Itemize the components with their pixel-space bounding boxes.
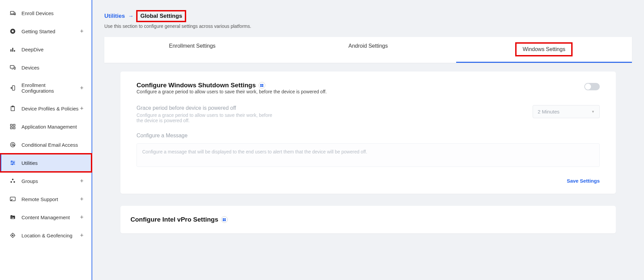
folder-image-icon (9, 214, 16, 221)
sidebar-item-label: Device Profiles & Policies (21, 106, 78, 111)
svg-point-26 (12, 235, 13, 236)
field-label: Configure a Message (137, 133, 600, 139)
sidebar-item-content-management[interactable]: Content Management + (0, 208, 92, 226)
svg-rect-12 (13, 124, 15, 126)
star-circle-icon (9, 28, 16, 35)
windows-shutdown-card: Configure Windows Shutdown Settings Conf… (120, 72, 616, 194)
svg-rect-7 (14, 67, 15, 69)
plus-icon[interactable]: + (78, 178, 85, 184)
sidebar-item-enroll-devices[interactable]: Enroll Devices (0, 4, 92, 22)
grid-icon (9, 123, 16, 130)
breadcrumb: Utilities → Global Settings (104, 11, 632, 21)
sidebar-item-label: Groups (21, 178, 78, 184)
card-title: Configure Windows Shutdown Settings (137, 82, 256, 89)
sidebar-item-application-management[interactable]: Application Management (0, 118, 92, 136)
tab-bar: Enrollment Settings Android Settings Win… (104, 37, 632, 63)
plus-icon[interactable]: + (78, 196, 85, 202)
svg-rect-29 (260, 85, 262, 87)
field-hint: Configure a grace period to allow users … (137, 112, 277, 123)
svg-rect-6 (10, 65, 14, 68)
svg-rect-3 (10, 49, 11, 52)
sidebar-item-utilities[interactable]: Utilities (0, 154, 92, 172)
svg-rect-27 (260, 84, 262, 85)
intel-vpro-card: Configure Intel vPro Settings (120, 206, 616, 233)
cast-icon (9, 196, 16, 202)
svg-point-15 (10, 142, 15, 147)
laptop-icon (9, 10, 16, 16)
svg-rect-30 (262, 85, 263, 87)
sidebar-item-label: Application Management (21, 124, 85, 130)
sliders-icon (9, 159, 16, 166)
sidebar-item-location-geofencing[interactable]: Location & Geofencing + (0, 226, 92, 244)
tab-windows-settings[interactable]: Windows Settings (456, 37, 632, 63)
crosshair-icon (9, 232, 16, 239)
plus-icon[interactable]: + (78, 214, 85, 220)
svg-point-18 (13, 162, 14, 164)
sidebar-item-label: DeepDive (21, 47, 85, 52)
sidebar-item-label: Conditional Email Access (21, 142, 85, 148)
field-label: Grace period before device is powered of… (137, 105, 519, 111)
card-description: Configure a grace period to allow users … (137, 89, 327, 94)
svg-rect-0 (10, 11, 14, 14)
sidebar-item-remote-support[interactable]: Remote Support + (0, 190, 92, 208)
svg-rect-13 (10, 127, 12, 129)
page-description: Use this section to configure general se… (104, 24, 632, 29)
arrow-right-icon: → (128, 13, 133, 19)
chevron-down-icon: ▼ (591, 110, 595, 113)
message-field: Configure a Message (137, 133, 600, 168)
card-title: Configure Intel vPro Settings (130, 216, 218, 223)
sidebar-item-label: Utilities (21, 160, 85, 166)
dots-icon (9, 178, 16, 184)
sidebar-item-enrollment-configurations[interactable]: Enrollment Configurations + (0, 77, 92, 99)
windows-icon (259, 82, 265, 89)
sidebar-item-label: Devices (21, 65, 85, 71)
main-content: Utilities → Global Settings Use this sec… (92, 0, 644, 280)
svg-rect-14 (13, 127, 15, 129)
tab-android-settings[interactable]: Android Settings (280, 37, 456, 63)
sidebar-item-label: Enroll Devices (21, 10, 85, 16)
tab-label: Windows Settings (516, 43, 572, 56)
svg-point-22 (13, 181, 15, 183)
plus-icon[interactable]: + (78, 85, 85, 91)
sidebar-item-getting-started[interactable]: Getting Started + (0, 22, 92, 40)
windows-icon (221, 216, 228, 223)
devices-icon (9, 64, 16, 71)
svg-rect-28 (262, 84, 263, 85)
breadcrumb-current: Global Settings (137, 11, 185, 21)
svg-point-21 (10, 181, 12, 183)
svg-rect-32 (224, 218, 226, 220)
sidebar: Enroll Devices Getting Started + DeepDiv… (0, 0, 92, 280)
sidebar-item-label: Content Management (21, 215, 78, 220)
grace-period-field: Grace period before device is powered of… (137, 105, 600, 123)
grace-period-select[interactable]: 2 Minutes ▼ (533, 105, 600, 118)
sidebar-item-deepdive[interactable]: DeepDive (0, 40, 92, 58)
select-value: 2 Minutes (538, 109, 559, 114)
plus-icon[interactable]: + (78, 28, 85, 34)
plus-icon[interactable]: + (78, 105, 85, 111)
clipboard-icon (9, 105, 16, 112)
svg-rect-4 (12, 48, 13, 52)
phone-arrow-icon (9, 85, 16, 91)
svg-point-19 (12, 164, 13, 165)
plus-icon[interactable]: + (78, 232, 85, 238)
sidebar-item-devices[interactable]: Devices (0, 58, 92, 77)
shutdown-toggle[interactable] (584, 83, 600, 90)
svg-point-20 (12, 179, 14, 180)
sidebar-item-device-profiles[interactable]: Device Profiles & Policies + (0, 99, 92, 118)
tab-label: Android Settings (348, 43, 388, 49)
breadcrumb-parent[interactable]: Utilities (104, 13, 125, 19)
tab-enrollment-settings[interactable]: Enrollment Settings (104, 37, 280, 63)
sidebar-item-label: Enrollment Configurations (21, 82, 78, 94)
svg-point-16 (12, 144, 13, 145)
message-textarea[interactable] (137, 143, 600, 167)
tab-label: Enrollment Settings (169, 43, 216, 49)
svg-point-17 (11, 161, 12, 162)
sidebar-item-groups[interactable]: Groups + (0, 172, 92, 190)
sidebar-item-conditional-email[interactable]: Conditional Email Access (0, 136, 92, 154)
svg-rect-8 (12, 86, 15, 90)
svg-rect-11 (10, 124, 12, 126)
save-settings-button[interactable]: Save Settings (567, 178, 600, 184)
svg-rect-31 (223, 218, 224, 220)
svg-point-24 (12, 217, 12, 217)
sidebar-item-label: Getting Started (21, 29, 78, 34)
